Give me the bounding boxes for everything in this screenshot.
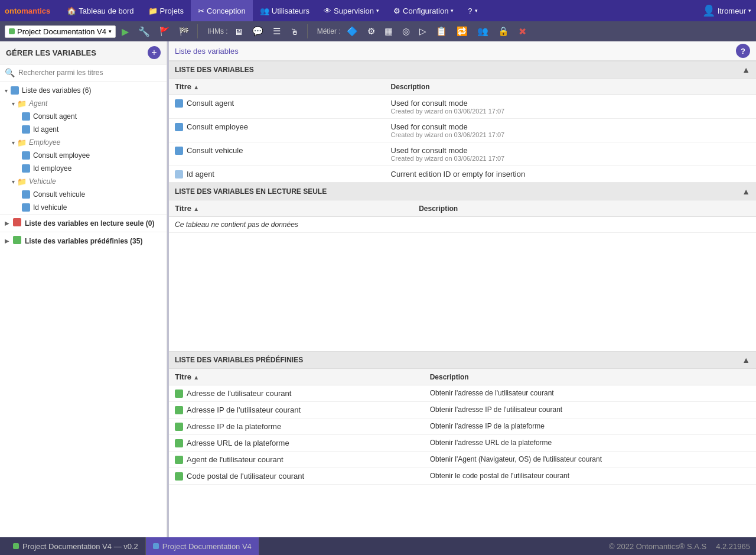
- home-icon: 🏠: [67, 7, 76, 15]
- caret-icon[interactable]: ▾: [12, 139, 15, 146]
- scissors-icon: ✂: [198, 7, 204, 15]
- top-navigation: ontomantics 🏠 Tableau de bord 📁 Projets …: [0, 0, 756, 21]
- blue-cube-icon: [175, 147, 183, 155]
- sort-arrow-icon[interactable]: ▲: [193, 374, 199, 381]
- add-variable-button[interactable]: +: [148, 46, 161, 59]
- tree-item-id-agent[interactable]: Id agent: [0, 123, 167, 136]
- menu-icon-btn[interactable]: ☰: [269, 24, 284, 38]
- table-row[interactable]: Consult agent Used for consult mode Crea…: [169, 95, 756, 119]
- mouse-icon-btn[interactable]: 🖱: [286, 25, 302, 38]
- flag2-button[interactable]: 🏁: [175, 25, 193, 38]
- caret-icon[interactable]: ▶: [5, 238, 9, 244]
- panel-section-readonly-header[interactable]: ▶ Liste des variables en lecture seule (…: [0, 215, 167, 232]
- blue-cube-icon: [175, 123, 183, 131]
- table-row[interactable]: Adresse URL de la plateforme Obtenir l'a…: [169, 435, 756, 452]
- section1-collapse-button[interactable]: ▲: [742, 65, 750, 74]
- blue-cube-icon: [21, 151, 31, 160]
- caret-icon[interactable]: ▾: [12, 100, 15, 107]
- tree-group-vehicule-header[interactable]: ▾ 📁 Vehicule: [0, 175, 167, 188]
- metier-icon8-btn[interactable]: 👥: [474, 24, 492, 38]
- metier-icon1-btn[interactable]: 🔷: [343, 24, 361, 38]
- search-box: 🔍: [0, 64, 167, 82]
- table-row[interactable]: Adresse IP de la plateforme Obtenir l'ad…: [169, 418, 756, 435]
- tree-group-employee-header[interactable]: ▾ 📁 Employee: [0, 136, 167, 149]
- caret-icon[interactable]: ▾: [12, 178, 15, 185]
- breadcrumb-item[interactable]: Liste des variables: [175, 47, 239, 56]
- col-desc-header2: Description: [413, 200, 756, 217]
- col-title-header: Titre ▲: [169, 79, 385, 95]
- table-row[interactable]: Adresse IP de l'utilisateur courant Obte…: [169, 402, 756, 418]
- panel-section-readonly: ▶ Liste des variables en lecture seule (…: [0, 214, 167, 232]
- green-cube-icon: [175, 439, 183, 447]
- metier-icon7-btn[interactable]: 🔁: [453, 24, 471, 38]
- caret-icon[interactable]: ▶: [5, 220, 9, 226]
- ihms-label: IHMs :: [207, 27, 228, 35]
- sort-arrow-icon[interactable]: ▲: [193, 206, 199, 212]
- tree-root-label: Liste des variables (6): [22, 86, 91, 95]
- table-row[interactable]: Agent de l'utilisateur courant Obtenir l…: [169, 452, 756, 468]
- caret-icon[interactable]: ▾: [5, 87, 8, 94]
- nav-items: 🏠 Tableau de bord 📁 Projets ✂ Conception…: [60, 0, 702, 21]
- chevron-down-icon: ▾: [748, 8, 751, 14]
- metier-icon9-btn[interactable]: 🔒: [494, 24, 513, 38]
- screen-icon-btn[interactable]: 🖥: [230, 25, 246, 38]
- table-row[interactable]: Id agent Current edition ID or empty for…: [169, 166, 756, 183]
- nav-supervision[interactable]: 👁 Supervision ▾: [317, 0, 386, 21]
- table-row[interactable]: Consult vehicule Used for consult mode C…: [169, 142, 756, 166]
- nav-projets[interactable]: 📁 Projets: [141, 0, 191, 21]
- footer-project2[interactable]: Project Documentation V4: [146, 537, 259, 555]
- nav-tableau[interactable]: 🏠 Tableau de bord: [60, 0, 141, 21]
- nav-help[interactable]: ? ▾: [461, 0, 484, 21]
- empty-row: Ce tableau ne contient pas de données: [169, 217, 756, 233]
- user-menu[interactable]: 👤 ltromeur ▾: [702, 4, 751, 17]
- search-input[interactable]: [18, 69, 162, 77]
- nav-conception[interactable]: ✂ Conception: [191, 0, 253, 21]
- metier-icon4-btn[interactable]: ◎: [399, 24, 413, 38]
- metier-icon3-btn[interactable]: ▦: [381, 24, 396, 38]
- main-toolbar: Project Documentation V4 ▾ ▶ 🔧 🚩 🏁 IHMs …: [0, 21, 756, 41]
- metier-icon2-btn[interactable]: ⚙: [364, 24, 379, 38]
- metier-icon5-btn[interactable]: ▷: [416, 24, 430, 38]
- nav-utilisateurs[interactable]: 👥 Utilisateurs: [253, 0, 317, 21]
- close-toolbar-button[interactable]: ✖: [515, 24, 530, 39]
- section2-collapse-button[interactable]: ▲: [742, 187, 750, 196]
- project-selector[interactable]: Project Documentation V4 ▾: [5, 25, 116, 38]
- tree-item-id-vehicule[interactable]: Id vehicule: [0, 201, 167, 214]
- blue-cube-icon: [21, 203, 31, 212]
- tree-item-id-employee[interactable]: Id employee: [0, 162, 167, 175]
- table-row[interactable]: Adresse de l'utilisateur courant Obtenir…: [169, 385, 756, 402]
- panel-section-predef-header[interactable]: ▶ Liste des variables prédéfinies (35): [0, 232, 167, 249]
- section3-header: LISTE DES VARIABLES PRÉDÉFINIES ▲: [169, 351, 756, 369]
- metier-icon6-btn[interactable]: 📋: [432, 24, 451, 38]
- project-status-dot: [9, 28, 15, 34]
- wrench-button[interactable]: 🔧: [135, 24, 154, 39]
- chevron-down-icon: ▾: [451, 8, 454, 14]
- green-cube-icon: [13, 236, 21, 246]
- nav-configuration[interactable]: ⚙ Configuration ▾: [386, 0, 461, 21]
- table-row[interactable]: Code postal de l'utilisateur courant Obt…: [169, 468, 756, 485]
- table-row[interactable]: Consult employee Used for consult mode C…: [169, 119, 756, 142]
- chevron-down-icon: ▾: [475, 8, 478, 14]
- empty-message: Ce tableau ne contient pas de données: [169, 217, 756, 233]
- panel-title: GÉRER LES VARIABLES: [6, 48, 96, 57]
- blue-cube-icon: [21, 164, 31, 173]
- chat-icon-btn[interactable]: 💬: [249, 24, 267, 38]
- tree-group-agent-header[interactable]: ▾ 📁 Agent: [0, 97, 167, 110]
- flag1-button[interactable]: 🚩: [156, 25, 173, 38]
- metier-label: Métier :: [317, 27, 341, 35]
- section1-header: LISTE DES VARIABLES ▲: [169, 61, 756, 79]
- green-cube-icon: [175, 390, 183, 398]
- app-logo: ontomantics: [5, 6, 50, 15]
- section3-collapse-button[interactable]: ▲: [742, 355, 750, 365]
- footer-project1[interactable]: Project Documentation V4 — v0.2: [6, 537, 146, 555]
- tree-container: ▾ Liste des variables (6) ▾ 📁 Agent Cons…: [0, 82, 167, 537]
- play-button[interactable]: ▶: [118, 24, 132, 39]
- col-title-header3: Titre ▲: [169, 369, 424, 385]
- tree-root-item[interactable]: ▾ Liste des variables (6): [0, 84, 167, 97]
- tree-item-consult-vehicule[interactable]: Consult vehicule: [0, 188, 167, 201]
- tree-item-consult-employee[interactable]: Consult employee: [0, 149, 167, 162]
- sort-arrow-icon[interactable]: ▲: [193, 84, 199, 90]
- chevron-down-icon: ▾: [376, 8, 379, 14]
- help-button[interactable]: ?: [736, 44, 750, 58]
- tree-item-consult-agent[interactable]: Consult agent: [0, 110, 167, 123]
